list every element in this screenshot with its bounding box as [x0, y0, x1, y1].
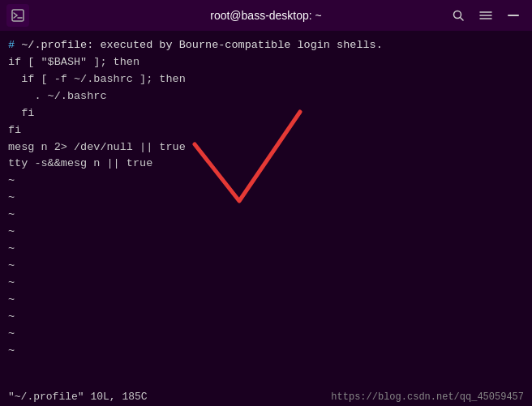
terminal-line: if [ "$BASH" ]; then — [8, 54, 524, 71]
terminal-line: tty -s&&mesg n || true — [8, 156, 524, 173]
terminal-line: ~ — [8, 190, 524, 207]
terminal-line: ~ — [8, 326, 524, 343]
terminal-line: ~ — [8, 224, 524, 241]
terminal-line: ~ — [8, 275, 524, 292]
terminal-line: ~ — [8, 258, 524, 275]
terminal-line: if [ -f ~/.bashrc ]; then — [8, 71, 524, 88]
statusbar: "~/.profile" 10L, 185C https://blog.csdn… — [0, 389, 532, 406]
watermark-url: https://blog.csdn.net/qq_45059457 — [331, 391, 524, 403]
terminal-body[interactable]: # ~/.profile: executed by Bourne-compati… — [0, 31, 532, 406]
terminal-line: ~ — [8, 292, 524, 309]
terminal-line: mesg n 2> /dev/null || true — [8, 139, 524, 156]
svg-line-3 — [461, 18, 464, 21]
terminal-icon — [6, 4, 29, 27]
terminal-line: ~ — [8, 241, 524, 258]
minimize-button[interactable] — [501, 5, 526, 26]
titlebar-left — [6, 4, 29, 27]
titlebar: root@bass-desktop: ~ — [0, 0, 532, 31]
terminal-line: # ~/.profile: executed by Bourne-compati… — [8, 37, 524, 54]
terminal-line: ~ — [8, 173, 524, 190]
search-button[interactable] — [446, 5, 470, 26]
terminal-line: . ~/.bashrc — [8, 88, 524, 105]
menu-button[interactable] — [474, 5, 498, 26]
terminal-line: fi — [8, 105, 524, 122]
terminal-line: ~ — [8, 207, 524, 224]
terminal-line: ~ — [8, 309, 524, 326]
terminal-line: ~ — [8, 343, 524, 360]
terminal-content: # ~/.profile: executed by Bourne-compati… — [8, 37, 524, 360]
terminal-line: fi — [8, 122, 524, 139]
file-info: "~/.profile" 10L, 185C — [8, 391, 148, 403]
titlebar-actions — [446, 5, 526, 26]
